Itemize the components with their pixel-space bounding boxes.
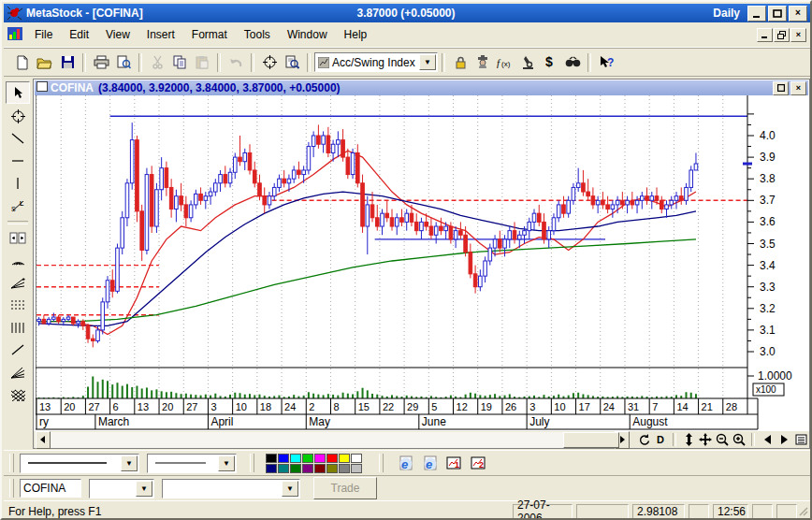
horizontal-line-tool[interactable] xyxy=(7,151,29,171)
color-swatch[interactable] xyxy=(314,454,326,463)
toolbar-grip[interactable] xyxy=(379,454,384,472)
chart-close-button[interactable]: × xyxy=(790,81,806,95)
color-swatch[interactable] xyxy=(339,464,350,473)
menu-edit[interactable]: Edit xyxy=(61,24,97,45)
volume-layer xyxy=(38,376,697,398)
svg-text:June: June xyxy=(422,415,446,428)
color-swatch[interactable] xyxy=(290,464,301,473)
child-minimize-button[interactable] xyxy=(757,28,773,42)
child-close-button[interactable]: × xyxy=(790,28,806,42)
undo-button[interactable] xyxy=(225,51,247,73)
fibonacci-retracement-tool[interactable] xyxy=(7,295,29,315)
pan-button[interactable] xyxy=(697,432,714,448)
color-swatch[interactable] xyxy=(290,454,301,463)
vertical-zoom-button[interactable] xyxy=(680,432,697,448)
toolbar-grip[interactable] xyxy=(9,454,14,472)
color-swatch[interactable] xyxy=(326,464,338,473)
scrollbar-thumb[interactable] xyxy=(563,432,619,448)
color-swatch[interactable] xyxy=(302,454,313,463)
color-swatch[interactable] xyxy=(314,464,326,473)
save-button[interactable] xyxy=(56,51,79,73)
cut-button[interactable] xyxy=(146,51,168,73)
vertical-line-tool[interactable] xyxy=(7,173,29,194)
open-button[interactable] xyxy=(34,51,56,73)
scrollbar-left-arrow[interactable] xyxy=(36,431,51,449)
help-button[interactable]: ? xyxy=(595,51,617,73)
fibonacci-fan-tool[interactable] xyxy=(7,272,29,293)
line-style-combo[interactable]: ▼ xyxy=(20,454,139,473)
pointer-tool[interactable] xyxy=(6,81,30,104)
copy-button[interactable] xyxy=(168,51,191,73)
crosshair-button[interactable] xyxy=(258,51,281,73)
crosshair-tool[interactable] xyxy=(7,106,29,126)
chevron-down-icon: ▼ xyxy=(218,455,235,471)
minimize-button[interactable] xyxy=(747,6,766,22)
scroll-right-button[interactable] xyxy=(776,432,792,448)
resize-grip[interactable] xyxy=(797,505,808,519)
system-tester-button[interactable] xyxy=(516,51,539,73)
status-blank-panel xyxy=(776,504,797,519)
web-2-button[interactable]: e xyxy=(419,453,441,473)
color-swatch[interactable] xyxy=(351,454,362,463)
menu-window[interactable]: Window xyxy=(279,24,336,45)
color-swatch[interactable] xyxy=(339,454,350,463)
menu-insert[interactable]: Insert xyxy=(138,24,183,45)
fibonacci-arcs-tool[interactable] xyxy=(7,250,29,270)
zoom-in-button[interactable] xyxy=(731,432,747,448)
color-swatch[interactable] xyxy=(326,454,338,463)
toolbar-grip[interactable] xyxy=(9,479,14,498)
line-weight-combo[interactable]: ▼ xyxy=(147,454,237,473)
close-button[interactable]: × xyxy=(789,6,807,22)
trendline-tool[interactable] xyxy=(7,128,29,149)
chart-restore-button[interactable] xyxy=(773,81,789,95)
daily-button[interactable]: D xyxy=(652,432,669,448)
color-swatch[interactable] xyxy=(278,454,289,463)
candle xyxy=(106,281,109,302)
candle xyxy=(591,196,595,205)
print-button[interactable] xyxy=(90,51,112,73)
scroll-left-button[interactable] xyxy=(759,432,776,448)
zoom-out-button[interactable] xyxy=(714,432,731,448)
pattern-hatch-tool[interactable] xyxy=(7,384,29,405)
explorer-button[interactable] xyxy=(561,51,584,73)
fibonacci-timezones-tool[interactable] xyxy=(7,317,29,338)
trade-button[interactable]: Trade xyxy=(313,477,377,499)
menu-file[interactable]: File xyxy=(26,24,61,45)
line-tool[interactable] xyxy=(7,339,29,360)
chart-list-button[interactable] xyxy=(792,432,809,448)
print-preview-button[interactable] xyxy=(112,51,135,73)
gann-fan-tool[interactable] xyxy=(7,362,29,383)
period-combo[interactable]: ▼ xyxy=(89,479,154,498)
toolbar-grip[interactable] xyxy=(250,454,254,472)
panes-scroll-tool[interactable] xyxy=(7,227,29,248)
indicator-quicklist-combo[interactable]: Acc/Swing Index▼ xyxy=(314,52,438,72)
layout-2-button[interactable]: 2 xyxy=(468,453,489,473)
color-swatch[interactable] xyxy=(266,464,277,473)
chart-system-icon[interactable] xyxy=(7,27,26,42)
web-1-button[interactable]: e xyxy=(395,453,416,473)
menu-help[interactable]: Help xyxy=(336,24,376,45)
paste-button[interactable] xyxy=(191,51,213,73)
layout-1-button[interactable]: 1 xyxy=(443,453,465,473)
semilog-trendline-tool[interactable]: SL xyxy=(7,195,29,216)
menu-tools[interactable]: Tools xyxy=(236,24,279,45)
menu-view[interactable]: View xyxy=(97,24,138,45)
color-swatch[interactable] xyxy=(302,464,313,473)
color-swatch[interactable] xyxy=(278,464,289,473)
indicator-builder-button[interactable]: f(x) xyxy=(494,51,516,73)
child-restore-button[interactable] xyxy=(774,28,790,42)
maximize-button[interactable] xyxy=(768,6,787,22)
scrollbar-track[interactable] xyxy=(51,432,614,448)
security-combo[interactable]: ▼ xyxy=(162,479,300,498)
color-swatch[interactable] xyxy=(266,454,277,463)
sync-button[interactable] xyxy=(635,432,652,448)
symbol-field[interactable]: COFINA xyxy=(20,479,81,498)
downloader-button[interactable] xyxy=(449,51,471,73)
menu-format[interactable]: Format xyxy=(183,24,236,45)
expert-advisor-button[interactable] xyxy=(471,51,494,73)
zoom-doc-button[interactable] xyxy=(281,51,303,73)
color-swatch[interactable] xyxy=(351,464,362,473)
new-button[interactable] xyxy=(11,51,34,73)
chevron-down-icon: ▼ xyxy=(419,54,436,70)
quotes-button[interactable]: $ xyxy=(539,51,561,73)
